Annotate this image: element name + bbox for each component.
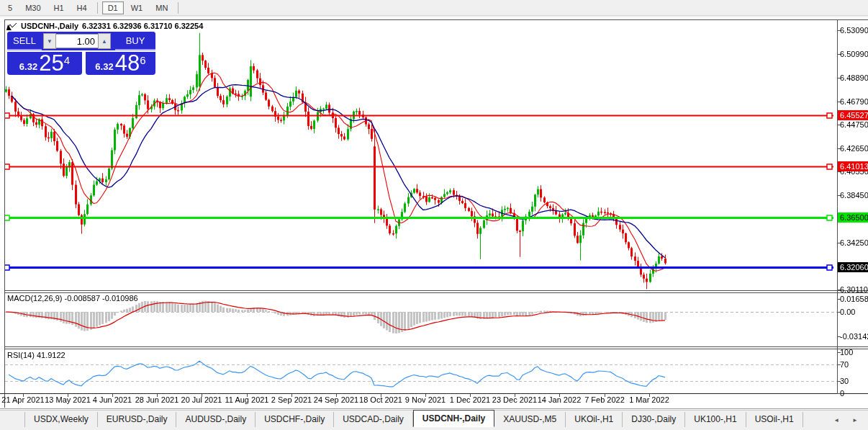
trade-panel-price-row: 6.32 25 4 6.32 48 6	[7, 52, 155, 75]
volume-increase-button[interactable]: ▲	[98, 33, 111, 49]
chart-tab-usdcnh-daily[interactable]: USDCNH-,Daily	[413, 410, 494, 427]
sell-price-display[interactable]: 6.32 25 4	[7, 52, 82, 75]
date-label: 18 Oct 2021	[359, 395, 402, 404]
chart-tab-usoil-h1[interactable]: USOil-,H1	[746, 412, 803, 427]
volume-decrease-button[interactable]: ▼	[43, 33, 56, 49]
buy-price-prefix: 6.32	[95, 61, 113, 72]
trade-panel-top-row: SELL ▼ 1.00 ▲ BUY	[7, 32, 155, 50]
timeframe-button-5[interactable]: 5	[2, 1, 18, 14]
toolbar-separator	[97, 2, 98, 14]
rsi-axis-label: 100	[840, 348, 853, 357]
date-label: 2 Sep 2021	[271, 395, 312, 404]
price-tick-label: 6.42650	[840, 144, 868, 153]
date-label: 11 Aug 2021	[225, 395, 269, 404]
tab-scroll-arrows: ◄►	[833, 417, 868, 427]
level-price-label: 6.45527	[838, 110, 868, 120]
chart-tab-audusd-daily[interactable]: AUDUSD-,Daily	[176, 412, 256, 427]
date-label: 21 Apr 2021	[1, 395, 44, 404]
buy-button[interactable]: BUY	[115, 32, 155, 50]
chart-tab-eurusd-daily[interactable]: EURUSD-,Daily	[98, 412, 177, 427]
chart-tab-dj30-daily[interactable]: DJ30-,Daily	[623, 412, 685, 427]
macd-indicator-label: MACD(12,26,9) -0.008587 -0.010986	[7, 294, 138, 303]
date-label: 20 Jul 2021	[181, 395, 222, 404]
price-tick-label: 6.44750	[840, 120, 868, 129]
tab-scroll-left-icon[interactable]: ◄	[833, 417, 839, 424]
sell-button[interactable]: SELL	[7, 32, 42, 50]
volume-spinner: ▼ 1.00 ▲	[42, 32, 112, 50]
price-chart-canvas[interactable]	[0, 17, 868, 410]
timeframe-button-w1[interactable]: W1	[125, 1, 149, 14]
price-tick-label: 6.50990	[840, 50, 868, 58]
rsi-axis-label: 30	[840, 377, 849, 385]
timeframe-button-h4[interactable]: H4	[71, 1, 93, 14]
date-label: 1 Dec 2021	[450, 395, 490, 404]
price-tick-label: 6.34250	[840, 238, 868, 247]
chart-tab-ukoil-h1[interactable]: UKOil-,H1	[566, 412, 623, 427]
chart-symbol-title: USDCNH-,Daily	[21, 22, 78, 30]
price-tick-label: 6.48890	[840, 73, 868, 82]
chart-tab-usdchf-daily[interactable]: USDCHF-,Daily	[256, 412, 334, 427]
price-tick-label: 6.46790	[840, 97, 868, 106]
chart-ohlc-values: 6.32331 6.32936 6.31710 6.32254	[82, 22, 203, 30]
chart-title-row: USDCNH-,Daily 6.32331 6.32936 6.31710 6.…	[6, 22, 203, 30]
macd-axis-label: -0.031427	[840, 332, 868, 341]
chart-marker-icon	[6, 22, 17, 30]
level-price-label: 6.41013	[838, 161, 868, 171]
rsi-axis-label: 0	[840, 389, 844, 398]
rsi-axis-label: 70	[840, 360, 849, 369]
mt4-terminal: 5M30H1H4D1W1MN USDCNH-,Daily 6.32331 6.3…	[0, 0, 868, 430]
date-label: 13 May 2021	[45, 395, 91, 404]
chart-tab-usdx-weekly[interactable]: USDX,Weekly	[24, 412, 98, 427]
buy-price-pips: 48	[115, 53, 140, 74]
chart-tab-bar: USDX,WeeklyEURUSD-,DailyAUDUSD-,DailyUSD…	[0, 410, 868, 427]
date-label: 9 Nov 2021	[405, 395, 446, 404]
level-price-label: 6.36500	[838, 212, 868, 223]
one-click-trading-panel: SELL ▼ 1.00 ▲ BUY 6.32 25 4 6.32 48 6	[7, 32, 155, 75]
rsi-indicator-label: RSI(14) 41.9122	[7, 351, 65, 359]
sell-price-prefix: 6.32	[19, 61, 37, 72]
timeframe-button-mn[interactable]: MN	[150, 1, 173, 14]
chart-window: USDCNH-,Daily 6.32331 6.32936 6.31710 6.…	[0, 17, 868, 410]
date-label: 14 Jan 2022	[538, 395, 582, 404]
chart-tab-usdcad-daily[interactable]: USDCAD-,Daily	[334, 412, 413, 427]
sell-price-point: 4	[64, 55, 70, 66]
buy-price-display[interactable]: 6.32 48 6	[86, 52, 155, 75]
price-tick-label: 6.53090	[840, 26, 868, 35]
macd-axis-label: 0.016586	[840, 295, 868, 303]
date-label: 23 Dec 2021	[492, 395, 537, 404]
toolbar-separator	[178, 2, 178, 14]
timeframe-button-d1[interactable]: D1	[102, 1, 124, 14]
date-label: 28 Jun 2021	[135, 395, 179, 404]
timeframe-button-m30[interactable]: M30	[19, 1, 46, 14]
date-label: 24 Sep 2021	[314, 395, 358, 404]
price-tick-label: 6.38450	[840, 191, 868, 200]
chart-tab-xauusd-m5[interactable]: XAUUSD-,M5	[494, 412, 566, 427]
chart-tab-uk100-h1[interactable]: UK100-,H1	[685, 412, 746, 427]
date-label: 7 Feb 2022	[584, 395, 625, 404]
date-label: 1 Mar 2022	[629, 395, 669, 404]
volume-input[interactable]: 1.00	[56, 34, 98, 48]
buy-price-point: 6	[140, 55, 145, 66]
sell-price-pips: 25	[39, 53, 63, 74]
timeframe-toolbar: 5M30H1H4D1W1MN	[0, 0, 868, 16]
price-tick-label: 6.30110	[840, 285, 868, 294]
date-label: 4 Jun 2021	[93, 395, 132, 404]
level-price-label: 6.32060	[838, 262, 868, 272]
tab-scroll-right-icon[interactable]: ►	[852, 417, 858, 424]
timeframe-button-h1[interactable]: H1	[48, 1, 70, 14]
macd-axis-label: 0.00	[840, 308, 855, 316]
